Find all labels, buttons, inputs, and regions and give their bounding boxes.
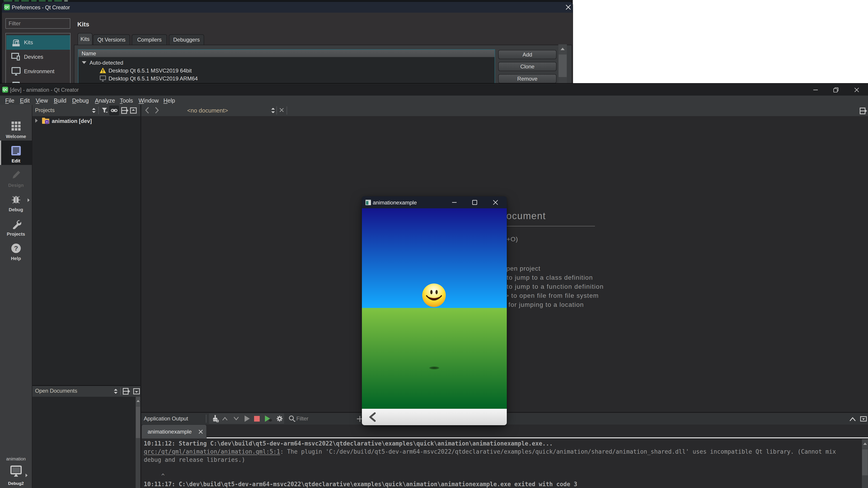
hide-panel-icon[interactable] [130,107,137,113]
menu-view[interactable]: View [36,97,48,104]
close-icon[interactable] [854,87,860,93]
run-debug-icon[interactable] [265,415,272,422]
preferences-category-list: Kits Devices Environment Text Editor [5,33,70,84]
qtcreator-logo-icon: QC [4,4,10,10]
expanded-arrow-icon[interactable] [82,61,86,64]
output-tabbar: animationexample [141,424,868,438]
smiley-shadow [429,366,439,369]
menu-build[interactable]: Build [54,97,66,104]
sort-arrows-icon[interactable] [271,107,275,113]
scroll-up-button[interactable] [559,44,567,54]
collapsed-arrow-icon[interactable] [35,119,38,123]
mode-projects[interactable]: Projects [0,214,32,238]
output-text: 10:11:12: Starting C:\dev\build\qt5-dev-… [144,440,836,488]
document-dropdown[interactable]: <no document> [187,107,228,114]
dialog-scrollbar[interactable] [558,44,567,84]
open-documents-scrollbar[interactable] [135,397,141,488]
scroll-up-button[interactable] [136,397,140,406]
close-tab-icon[interactable] [198,429,203,434]
filter-funnel-icon[interactable] [101,107,108,113]
tab-compilers[interactable]: Compilers [132,34,167,45]
menubar: File Edit View Build Debug Analyze Tools… [0,96,868,105]
filter-search-icon[interactable] [288,415,296,422]
split-icon[interactable] [123,388,130,395]
category-text-editor[interactable]: Text Editor [6,78,70,84]
close-document-icon[interactable] [279,107,284,112]
link-with-editor-button[interactable] [109,105,119,116]
menu-file[interactable]: File [5,97,14,104]
menu-help[interactable]: Help [163,97,175,104]
restore-icon[interactable] [833,87,839,93]
arrow-up-icon [136,400,140,402]
main-titlebar[interactable]: QC [dev] - animation - Qt Creator [0,84,868,96]
add-button[interactable]: Add [498,50,557,59]
menu-debug[interactable]: Debug [72,97,89,104]
tree-row-kit-64bit[interactable]: Desktop Qt 6.5.1 MSVC2019 64bit [79,67,495,74]
minimize-icon[interactable] [812,87,819,93]
menu-analyze[interactable]: Analyze [95,97,115,104]
hide-panel-icon[interactable] [133,388,140,394]
scroll-thumb[interactable] [559,55,567,77]
example-titlebar[interactable]: animationexample [362,196,507,208]
flyout-arrow-icon[interactable] [28,198,30,202]
tab-kits[interactable]: Kits [78,33,92,45]
next-item-icon[interactable] [233,416,239,421]
clone-button[interactable]: Clone [498,62,557,71]
tree-row-kit-arm64[interactable]: Desktop Qt 6.5.1 MSVC2019 ARM64 [79,74,495,83]
category-kits[interactable]: Kits [6,35,70,50]
dialog-close-icon[interactable] [565,4,571,10]
mode-welcome[interactable]: Welcome [0,116,32,140]
back-icon[interactable] [145,107,149,114]
mode-design[interactable]: Design [0,165,32,189]
flyout-arrow-icon[interactable] [26,474,28,477]
forward-icon[interactable] [155,107,159,114]
collapse-pane-icon[interactable] [860,416,867,422]
mode-edit[interactable]: Edit [0,140,32,165]
preferences-dialog: QC Preferences - Qt Creator Filter Kits [2,2,573,84]
kit-selector-button[interactable] [10,465,22,477]
sort-arrows-icon[interactable] [91,107,96,114]
mode-debug[interactable]: Debug [0,189,32,214]
project-tree-item[interactable]: animation [dev] [52,118,92,124]
panel-title[interactable]: Projects [35,107,55,113]
scroll-thumb[interactable] [862,449,868,475]
maximize-icon[interactable] [471,199,478,205]
tree-row-auto-detected[interactable]: Auto-detected [79,59,495,67]
mode-help[interactable]: ? Help [0,238,32,263]
minimize-icon[interactable] [451,199,458,205]
background-white-window [573,0,868,84]
output-link[interactable]: qrc:/qt/qml/animation/animation.qml:5:1 [144,448,280,455]
edit-document-icon [11,145,21,156]
table-header-name[interactable]: Name [79,50,495,57]
close-icon[interactable] [492,199,499,205]
menu-tools[interactable]: Tools [120,97,133,104]
split-icon[interactable] [860,107,867,114]
category-devices[interactable]: Devices [6,50,70,64]
tab-qt-versions[interactable]: Qt Versions [93,34,130,45]
maximize-pane-icon[interactable] [849,417,856,422]
menu-edit[interactable]: Edit [20,97,30,104]
sort-arrows-icon[interactable] [113,388,119,395]
output-scrollbar[interactable] [862,439,868,488]
back-chevron-icon[interactable] [368,412,376,422]
toolbox-icon [11,38,21,47]
settings-gear-icon[interactable] [276,415,283,422]
dialog-titlebar[interactable]: QC Preferences - Qt Creator [2,2,573,13]
output-tab-animationexample[interactable]: animationexample [142,424,207,438]
previous-item-icon[interactable] [222,416,228,421]
preferences-filter-input[interactable]: Filter [5,18,70,29]
split-icon[interactable] [121,107,128,114]
run-icon[interactable] [244,415,250,422]
scroll-up-button[interactable] [862,440,868,449]
tab-debuggers[interactable]: Debuggers [169,34,204,45]
panel-title[interactable]: Open Documents [35,388,77,394]
output-filter-input[interactable]: Filter [296,416,308,422]
menu-window[interactable]: Window [138,97,159,104]
clean-icon[interactable] [211,415,219,423]
side-panel: animation [dev] [32,116,141,488]
scroll-thumb[interactable] [136,406,140,438]
remove-button[interactable]: Remove [498,74,557,84]
stop-icon[interactable] [254,416,260,422]
category-environment[interactable]: Environment [6,64,70,78]
kit-monitor-icon [99,75,106,82]
